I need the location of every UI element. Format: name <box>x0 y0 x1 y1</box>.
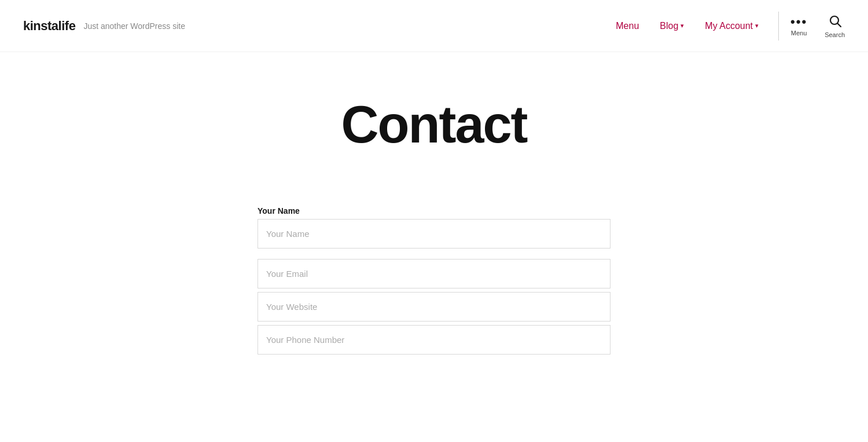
phone-field-group <box>258 322 610 355</box>
site-tagline: Just another WordPress site <box>83 21 185 31</box>
site-title[interactable]: kinstalife <box>23 19 75 34</box>
email-input[interactable] <box>258 259 610 288</box>
search-icon <box>828 14 842 30</box>
nav-blog-link[interactable]: Blog ▾ <box>652 16 692 36</box>
name-label: Your Name <box>258 197 610 215</box>
name-input[interactable] <box>258 219 610 249</box>
name-field-group: Your Name <box>258 197 610 249</box>
search-button[interactable]: Search <box>825 14 845 38</box>
main-content: Contact Your Name <box>0 52 868 366</box>
page-hero: Contact <box>0 52 868 185</box>
website-field-group <box>258 288 610 322</box>
header-right: Menu Blog ▾ My Account ▾ ••• Menu <box>608 12 845 41</box>
dots-menu-icon: ••• <box>790 16 807 28</box>
header-actions: ••• Menu Search <box>790 14 845 38</box>
header-divider <box>778 12 779 41</box>
site-header: kinstalife Just another WordPress site M… <box>0 0 868 52</box>
main-nav: Menu Blog ▾ My Account ▾ <box>608 16 767 36</box>
menu-button-label: Menu <box>791 30 807 36</box>
my-account-chevron-icon: ▾ <box>755 22 759 30</box>
phone-input[interactable] <box>258 325 610 355</box>
page-title: Contact <box>341 98 527 151</box>
menu-button[interactable]: ••• Menu <box>790 16 807 36</box>
contact-form: Your Name <box>258 197 610 355</box>
header-left: kinstalife Just another WordPress site <box>23 19 185 34</box>
contact-form-wrapper: Your Name <box>0 185 868 366</box>
website-input[interactable] <box>258 292 610 322</box>
search-button-label: Search <box>825 31 845 38</box>
nav-menu-link[interactable]: Menu <box>608 16 647 36</box>
nav-my-account-link[interactable]: My Account ▾ <box>697 16 767 36</box>
svg-line-1 <box>837 23 841 27</box>
blog-chevron-icon: ▾ <box>681 22 684 30</box>
email-field-group <box>258 249 610 288</box>
